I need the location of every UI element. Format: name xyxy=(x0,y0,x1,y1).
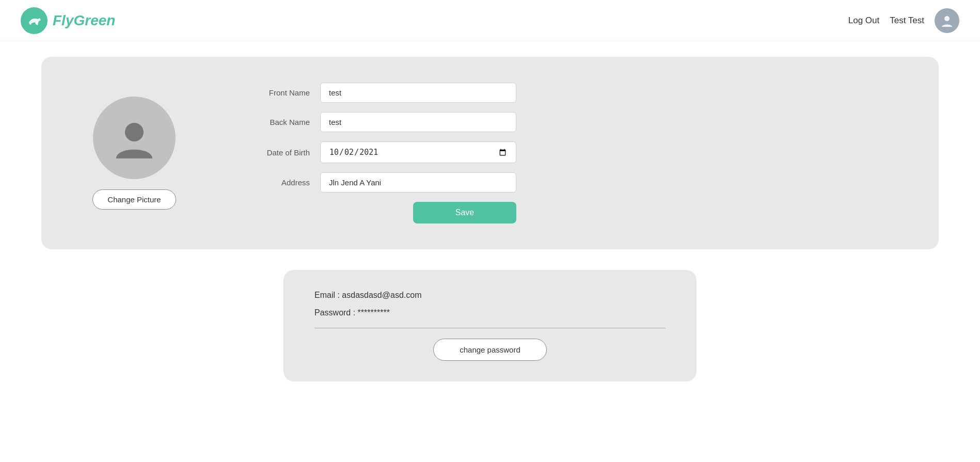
password-label: Password : xyxy=(314,308,355,317)
profile-form: Front Name Back Name Date of Birth Addre… xyxy=(248,83,897,224)
credentials-card: Email : asdasdasd@asd.com Password : ***… xyxy=(283,270,697,381)
dob-input[interactable] xyxy=(320,141,516,163)
profile-card: Change Picture Front Name Back Name Date… xyxy=(41,57,939,249)
address-label: Address xyxy=(248,178,310,187)
profile-avatar xyxy=(93,97,176,179)
credentials-divider xyxy=(314,328,666,328)
main-content: Change Picture Front Name Back Name Date… xyxy=(0,41,980,397)
dob-row: Date of Birth xyxy=(248,141,897,163)
back-name-input[interactable] xyxy=(320,112,516,132)
front-name-input[interactable] xyxy=(320,83,516,103)
save-btn-row: Save xyxy=(248,202,516,224)
address-row: Address xyxy=(248,172,897,193)
email-row: Email : asdasdasd@asd.com xyxy=(314,291,666,300)
back-name-row: Back Name xyxy=(248,112,897,132)
nav-username: Test Test xyxy=(890,15,924,26)
save-button[interactable]: Save xyxy=(413,202,516,224)
navbar: FlyGreen Log Out Test Test xyxy=(0,0,980,41)
email-value: asdasdasd@asd.com xyxy=(342,291,421,299)
nav-avatar[interactable] xyxy=(935,8,959,33)
logo-text: FlyGreen xyxy=(53,12,115,29)
front-name-label: Front Name xyxy=(248,88,310,97)
address-input[interactable] xyxy=(320,172,516,193)
nav-right: Log Out Test Test xyxy=(848,8,959,33)
svg-point-1 xyxy=(125,123,144,141)
logout-link[interactable]: Log Out xyxy=(848,15,880,26)
change-picture-button[interactable]: Change Picture xyxy=(92,189,176,210)
avatar-section: Change Picture xyxy=(83,97,186,210)
svg-point-0 xyxy=(944,16,950,21)
email-label: Email : xyxy=(314,291,340,299)
password-value: ********** xyxy=(358,308,390,317)
password-row: Password : ********** xyxy=(314,308,666,317)
front-name-row: Front Name xyxy=(248,83,897,103)
logo-area: FlyGreen xyxy=(21,7,115,34)
logo-icon xyxy=(21,7,48,34)
change-password-button[interactable]: change password xyxy=(433,339,547,361)
back-name-label: Back Name xyxy=(248,118,310,126)
dob-label: Date of Birth xyxy=(248,148,310,157)
